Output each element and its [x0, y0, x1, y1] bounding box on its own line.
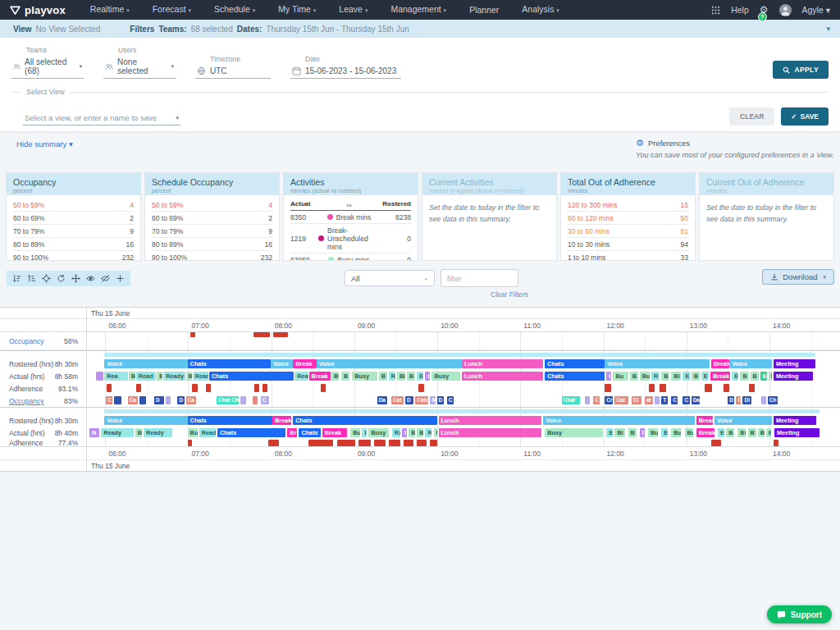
- nav-item-schedule[interactable]: Schedule ▾: [203, 0, 267, 21]
- gantt-segment-busy[interactable]: B: [740, 372, 748, 381]
- gantt-segment-lunch[interactable]: Lunch: [462, 372, 543, 381]
- gantt-segment-busy[interactable]: Busy: [545, 428, 603, 437]
- gantt-segment-voice[interactable]: Voice: [271, 359, 293, 368]
- nav-item-planner[interactable]: Planner: [458, 0, 510, 20]
- gantt-segment-meeting[interactable]: Meeting: [774, 359, 815, 368]
- gantt-segment-busy[interactable]: B: [341, 372, 349, 381]
- gantt-segment-chats[interactable]: Chats: [217, 428, 285, 437]
- apply-button[interactable]: APPLY: [773, 61, 829, 79]
- preferences-link[interactable]: ⚙Preferences: [636, 138, 690, 148]
- gantt-segment-ready[interactable]: Rea: [104, 372, 127, 381]
- avatar[interactable]: [779, 4, 792, 16]
- support-button[interactable]: Support: [767, 605, 832, 623]
- gantt-segment-ready[interactable]: Ready: [294, 372, 308, 381]
- gantt-segment-busy[interactable]: Bi: [737, 428, 746, 437]
- gantt-segment-chats[interactable]: Chats: [293, 416, 436, 425]
- refresh-icon[interactable]: [57, 274, 66, 283]
- gantt-segment-ready[interactable]: E: [661, 428, 668, 437]
- gantt-segment-busy[interactable]: Bu: [350, 428, 360, 437]
- gantt-segment-lav[interactable]: C: [261, 396, 269, 404]
- gantt-segment-salmon[interactable]: C: [736, 396, 741, 404]
- gantt-segment-lunch[interactable]: Lunch: [439, 416, 542, 425]
- collapse-panel-chevron-icon[interactable]: ▾: [826, 25, 830, 33]
- gantt-segment-chipblue[interactable]: Ch: [768, 396, 778, 404]
- gantt-segment-busy[interactable]: Bt: [331, 372, 339, 381]
- eye-icon[interactable]: [86, 274, 95, 283]
- gantt-segment-busy[interactable]: B: [751, 372, 759, 381]
- gantt-segment-salmon[interactable]: Cat: [391, 396, 404, 404]
- gantt-segment-busy[interactable]: B: [692, 372, 700, 381]
- user-menu[interactable]: Agyle ▾: [802, 5, 830, 15]
- gantt-segment-salmon[interactable]: at: [645, 396, 653, 404]
- gantt-segment-break[interactable]: Break: [293, 359, 316, 368]
- hide-summary-link[interactable]: Hide summary ▾: [16, 139, 73, 148]
- nav-item-my-time[interactable]: My Time ▾: [267, 0, 327, 21]
- gantt-segment-busy[interactable]: Bu: [769, 372, 772, 381]
- gantt-segment-ready[interactable]: Ready: [163, 372, 185, 381]
- gantt-segment-lav[interactable]: [166, 396, 171, 404]
- gantt-segment-busy[interactable]: Bi: [671, 372, 681, 381]
- gantt-segment-chipblue[interactable]: Cr: [605, 396, 613, 404]
- gantt-segment-busy[interactable]: B: [186, 372, 192, 381]
- gantt-segment-break[interactable]: Break: [272, 416, 291, 425]
- gantt-segment-teal[interactable]: Chat Ch: [217, 396, 239, 404]
- plus-icon[interactable]: [116, 274, 125, 283]
- gantt-segment-chipblue[interactable]: C: [682, 396, 689, 404]
- gantt-segment-voice[interactable]: Voice: [543, 416, 694, 425]
- gantt-segment-lav[interactable]: [655, 396, 660, 404]
- view-select-input[interactable]: Select a view, or enter a name to save ▾: [23, 111, 180, 126]
- apps-grid-icon[interactable]: [711, 6, 720, 15]
- gantt-segment-ready[interactable]: E: [606, 428, 613, 437]
- gantt-segment-chipblue[interactable]: [139, 396, 146, 404]
- gantt-segment-ready[interactable]: Rx: [392, 428, 400, 437]
- nav-item-management[interactable]: Management ▾: [379, 0, 458, 21]
- gantt-segment-busy[interactable]: Busy: [352, 372, 377, 381]
- gantt-segment-break[interactable]: Break: [710, 372, 730, 381]
- gantt-segment-na[interactable]: I: [606, 372, 611, 381]
- gantt-segment-busy[interactable]: Bu: [409, 428, 415, 437]
- group-filter-select[interactable]: All ⌄: [345, 270, 435, 286]
- gantt-segment-busy[interactable]: Bi: [758, 428, 765, 437]
- gantt-segment-salmon[interactable]: Ci: [632, 396, 641, 404]
- gantt-segment-salmon[interactable]: Catch: [415, 396, 428, 404]
- gantt-segment-meeting[interactable]: Meeting: [774, 416, 816, 425]
- gantt-segment-salmon[interactable]: [253, 396, 258, 404]
- gantt-segment-ready[interactable]: I: [362, 428, 367, 437]
- nav-item-realtime[interactable]: Realtime ▾: [79, 0, 141, 21]
- gantt-segment-voice[interactable]: Voice: [104, 359, 187, 368]
- help-link[interactable]: Help: [731, 5, 749, 15]
- gantt-segment-busy[interactable]: Bu: [671, 428, 681, 437]
- nav-item-forecast[interactable]: Forecast ▾: [141, 0, 203, 21]
- gantt-segment-busy[interactable]: B: [630, 372, 638, 381]
- gantt-segment-ready[interactable]: Read: [136, 372, 156, 381]
- gantt-segment-na[interactable]: I: [425, 372, 430, 381]
- gantt-segment-chipblue[interactable]: D: [177, 396, 184, 404]
- filter-input[interactable]: [441, 269, 518, 287]
- gantt-segment-busy[interactable]: B: [748, 428, 756, 437]
- gantt-segment-busy[interactable]: Bi: [397, 372, 405, 381]
- gantt-segment-salmon[interactable]: C: [106, 396, 112, 404]
- arrows-expand-icon[interactable]: [71, 274, 80, 283]
- gantt-segment-ready[interactable]: E: [682, 372, 689, 381]
- gantt-segment-voice[interactable]: Voice: [104, 416, 187, 425]
- gantt-segment-na[interactable]: N: [89, 428, 99, 437]
- gantt-segment-salmon[interactable]: Ca: [128, 396, 138, 404]
- gantt-segment-chipblue[interactable]: Da: [377, 396, 387, 404]
- eye-off-icon[interactable]: [101, 274, 110, 283]
- gantt-segment-busy[interactable]: B: [661, 372, 669, 381]
- gantt-segment-busy[interactable]: Bu: [648, 428, 658, 437]
- gantt-segment-salmon[interactable]: Cat: [614, 396, 628, 404]
- gantt-segment-busy[interactable]: Busy: [431, 372, 459, 381]
- gantt-segment-chats[interactable]: Chats: [299, 428, 320, 437]
- gantt-segment-chipblue[interactable]: C: [671, 396, 678, 404]
- help-notification-badge[interactable]: ?: [758, 12, 767, 21]
- gantt-segment-break[interactable]: Break: [309, 372, 331, 381]
- gantt-segment-break[interactable]: Break: [696, 416, 713, 425]
- gantt-segment-ready[interactable]: Rx: [425, 428, 431, 437]
- crosshair-icon[interactable]: [42, 274, 51, 283]
- gantt-segment-busy[interactable]: E: [157, 372, 162, 381]
- gantt-segment-salmon[interactable]: C: [593, 396, 600, 404]
- teams-select[interactable]: All selected (68) ▾: [11, 57, 84, 79]
- gantt-segment-ready[interactable]: E: [417, 372, 423, 381]
- gantt-segment-ready[interactable]: Read: [199, 428, 216, 437]
